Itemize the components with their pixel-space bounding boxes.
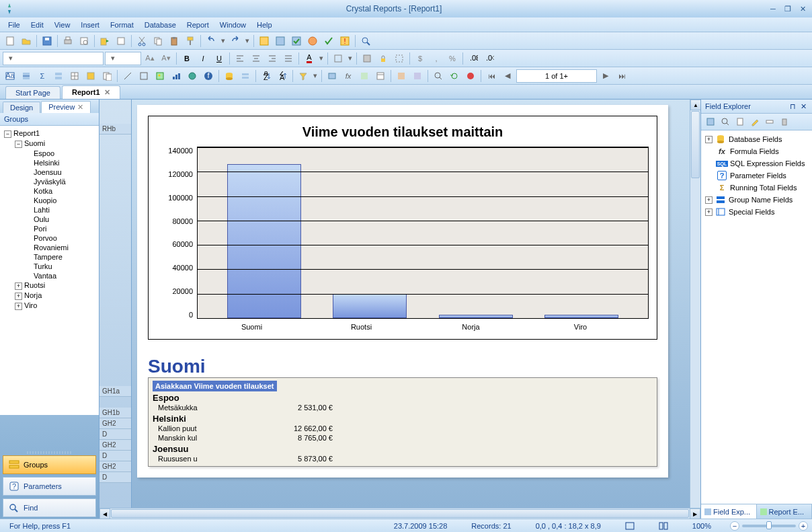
first-page-icon[interactable]: ⏮ bbox=[484, 69, 499, 83]
redo-icon[interactable] bbox=[228, 34, 243, 48]
thousands-icon[interactable]: , bbox=[429, 51, 444, 66]
undo-icon[interactable] bbox=[204, 34, 218, 48]
toggle2-icon[interactable] bbox=[273, 34, 288, 48]
field-item[interactable]: +Database Fields bbox=[702, 133, 811, 145]
font-size-combo[interactable]: ▾ bbox=[105, 52, 141, 65]
tab-report1[interactable]: Report1✕ bbox=[62, 85, 120, 99]
crosstab-icon[interactable] bbox=[83, 69, 98, 83]
scroll-right-icon[interactable]: ▶ bbox=[690, 508, 700, 519]
field-item[interactable]: SQLSQL Expression Fields bbox=[702, 157, 811, 169]
warn-icon[interactable]: ! bbox=[337, 34, 352, 48]
tree-city[interactable]: Rovaniemi bbox=[1, 243, 97, 252]
rename-field-icon[interactable] bbox=[763, 115, 776, 128]
font-color-dropdown[interactable]: ▾ bbox=[318, 51, 325, 66]
tree-city[interactable]: Kotka bbox=[1, 186, 97, 196]
tree-city[interactable]: Jyväskylä bbox=[1, 177, 97, 186]
field-item[interactable]: ΣRunning Total Fields bbox=[702, 182, 811, 194]
tree-root[interactable]: −Report1 bbox=[1, 128, 97, 139]
lock-format-icon[interactable] bbox=[376, 51, 391, 66]
toggle3-icon[interactable] bbox=[289, 34, 304, 48]
template-icon[interactable] bbox=[373, 69, 388, 83]
section-GH1a[interactable]: GH1a bbox=[99, 386, 131, 397]
delete-field-icon[interactable] bbox=[778, 115, 791, 128]
tree-city[interactable]: Oulu bbox=[1, 215, 97, 224]
font-combo[interactable]: ▾ bbox=[3, 52, 104, 65]
edit-field-icon[interactable] bbox=[748, 115, 762, 128]
tree-country[interactable]: +Viro bbox=[1, 301, 97, 311]
prev-page-icon[interactable]: ◀ bbox=[500, 69, 515, 83]
increase-decimal-icon[interactable]: .00 bbox=[466, 51, 481, 66]
flash-icon[interactable]: f bbox=[201, 69, 216, 83]
map-icon[interactable] bbox=[185, 69, 200, 83]
line-icon[interactable] bbox=[120, 69, 135, 83]
menu-report[interactable]: Report bbox=[181, 20, 214, 30]
zoom-slider[interactable] bbox=[742, 525, 796, 527]
status-view1-icon[interactable] bbox=[620, 522, 640, 530]
menu-edit[interactable]: Edit bbox=[26, 20, 49, 30]
tree-suomi[interactable]: −Suomi bbox=[1, 139, 97, 149]
export-icon[interactable] bbox=[97, 34, 112, 48]
new-icon[interactable] bbox=[3, 34, 17, 48]
status-view2-icon[interactable] bbox=[653, 522, 674, 530]
report-canvas[interactable]: Viime vuoden tilaukset maittain 14000012… bbox=[132, 100, 690, 508]
align-justify-icon[interactable] bbox=[281, 51, 296, 66]
field-item[interactable]: +Group Name Fields bbox=[702, 194, 811, 206]
tree-city[interactable]: Lahti bbox=[1, 205, 97, 215]
next-page-icon[interactable]: ▶ bbox=[598, 69, 613, 83]
underline-icon[interactable]: U bbox=[212, 51, 227, 66]
align-right-icon[interactable] bbox=[265, 51, 280, 66]
find-icon[interactable] bbox=[358, 34, 373, 48]
format-painter-icon[interactable] bbox=[183, 34, 198, 48]
currency-icon[interactable]: $ bbox=[413, 51, 428, 66]
highlight-expert-icon[interactable] bbox=[394, 69, 409, 83]
browse-field-icon[interactable] bbox=[719, 115, 732, 128]
section-GH1b[interactable]: GH1b bbox=[99, 408, 131, 418]
olap-icon[interactable] bbox=[67, 69, 82, 83]
insert-field-icon[interactable] bbox=[704, 115, 717, 128]
scroll-up-icon[interactable]: ▲ bbox=[690, 100, 700, 110]
close-icon[interactable]: ✕ bbox=[77, 103, 83, 111]
close-icon[interactable]: ✕ bbox=[104, 88, 110, 96]
menu-insert[interactable]: Insert bbox=[75, 20, 105, 30]
section-D[interactable]: D bbox=[99, 472, 131, 483]
print-icon[interactable] bbox=[60, 34, 75, 48]
tree-city[interactable]: Vantaa bbox=[1, 271, 97, 280]
group-icon[interactable] bbox=[51, 69, 66, 83]
new-field-icon[interactable] bbox=[733, 115, 747, 128]
suppress-icon[interactable] bbox=[360, 51, 374, 66]
zoom-in-icon[interactable]: + bbox=[799, 521, 808, 531]
tab-design[interactable]: Design bbox=[3, 102, 40, 113]
select-expert-icon[interactable] bbox=[296, 69, 311, 83]
section-GH2[interactable]: GH2 bbox=[99, 461, 131, 472]
db-expert-icon[interactable] bbox=[222, 69, 237, 83]
preview-icon[interactable] bbox=[77, 34, 91, 48]
zoom-out-icon[interactable]: − bbox=[730, 521, 739, 531]
tab-report-explorer[interactable]: Report E... bbox=[757, 504, 813, 519]
redo-dropdown-icon[interactable]: ▾ bbox=[244, 34, 251, 48]
minimize-button[interactable]: ─ bbox=[766, 3, 780, 15]
last-page-icon[interactable]: ⏭ bbox=[614, 69, 629, 83]
section-GH2[interactable]: GH2 bbox=[99, 440, 131, 451]
nav-find[interactable]: Find bbox=[3, 498, 96, 517]
menu-format[interactable]: Format bbox=[105, 20, 139, 30]
section-D[interactable]: D bbox=[99, 451, 131, 461]
tree-city[interactable]: Porvoo bbox=[1, 233, 97, 243]
group-expert-icon[interactable] bbox=[238, 69, 253, 83]
scroll-left-icon[interactable]: ◀ bbox=[99, 508, 110, 519]
tree-city[interactable]: Tampere bbox=[1, 252, 97, 262]
zoom-icon[interactable] bbox=[431, 69, 446, 83]
tree-city[interactable]: Turku bbox=[1, 262, 97, 271]
section-D[interactable]: D bbox=[99, 429, 131, 440]
menu-database[interactable]: Database bbox=[139, 20, 181, 30]
toggle1-icon[interactable] bbox=[257, 34, 272, 48]
font-color-icon[interactable]: A bbox=[302, 51, 317, 66]
bold-icon[interactable]: B bbox=[179, 51, 194, 66]
vertical-scrollbar[interactable]: ▲ bbox=[690, 100, 700, 508]
pin-icon[interactable]: ⊓ bbox=[788, 102, 797, 111]
menu-file[interactable]: File bbox=[3, 20, 26, 30]
tree-country[interactable]: +Ruotsi bbox=[1, 280, 97, 291]
menu-help[interactable]: Help bbox=[251, 20, 278, 30]
increase-font-icon[interactable]: A▴ bbox=[143, 51, 157, 66]
menu-window[interactable]: Window bbox=[214, 20, 251, 30]
open-icon[interactable] bbox=[19, 34, 34, 48]
